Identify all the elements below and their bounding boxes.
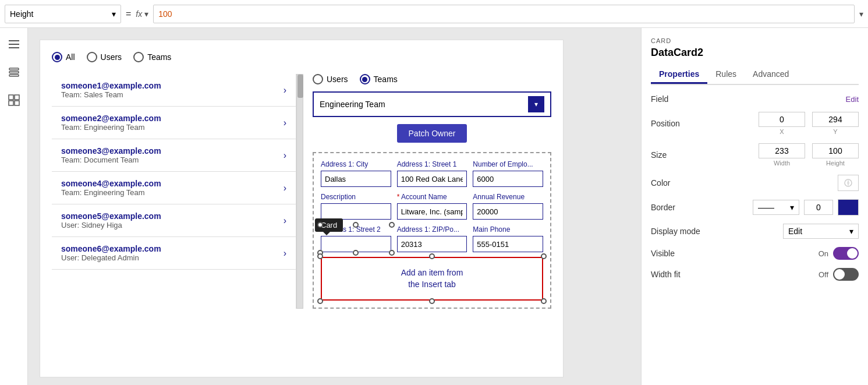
form-radio-users-circle [313,74,323,84]
field-zip: Address 1: ZIP/Po... [397,225,467,252]
chevron-icon: › [284,85,286,96]
radio-users[interactable]: Users [87,52,122,62]
user-list: someone1@example.com Team: Sales Team › … [52,74,296,309]
handle-tc[interactable] [353,222,359,228]
border-line-dropdown[interactable]: —— ▾ [753,200,799,215]
team-dropdown[interactable]: Engineering Team ▾ [313,91,551,117]
field-description-label: Description [321,193,391,201]
field-description-input[interactable] [321,203,391,220]
fx-label[interactable]: fx ▾ [136,9,148,19]
formula-bar-dropdown[interactable]: ▾ [859,9,863,19]
form-area: Users Teams Engineering Team ▾ [303,74,551,309]
list-item[interactable]: someone2@example.com Team: Engineering T… [52,107,296,139]
equals-sign: = [126,9,131,19]
card-label: CARD [651,37,859,44]
toggle-knob [847,248,858,259]
handle-ins-tc[interactable] [429,253,435,259]
properties-panel: CARD DataCard2 Properties Rules Advanced… [641,28,868,385]
sidebar [0,28,28,385]
pos-y-input[interactable] [812,112,859,127]
form-radio-teams[interactable]: Teams [360,74,398,84]
insert-tab-wrapper: Add an item from the Insert tab [321,257,543,301]
display-mode-value: Edit [788,227,802,236]
size-width-input[interactable] [759,143,805,158]
field-annual-revenue-label: Annual Revenue [473,193,543,201]
radio-users-circle [87,52,97,62]
list-item[interactable]: someone3@example.com Team: Document Team… [52,139,296,172]
user-team: User: Delegated Admin [61,253,161,262]
handle-ins-tr[interactable] [541,253,547,259]
handle-bc[interactable] [353,250,359,256]
fields-grid: Address 1: City Address 1: Street 1 Numb… [321,160,543,220]
list-item[interactable]: someone1@example.com Team: Sales Team › [52,74,296,107]
props-tabs: Properties Rules Advanced [651,66,859,85]
user-info: someone6@example.com User: Delegated Adm… [61,244,161,262]
field-employees-input[interactable] [473,171,543,187]
dropdown-value: Engineering Team [320,100,385,109]
field-street1-label: Address 1: Street 1 [397,160,467,168]
sidebar-icon-menu[interactable] [5,35,23,54]
handle-ins-bl[interactable] [317,298,323,304]
tab-rules[interactable]: Rules [707,66,745,84]
handle-ins-br[interactable] [541,298,547,304]
field-city-input[interactable] [321,171,391,187]
width-sub-label: Width [774,160,790,167]
form-radio-teams-circle [360,74,370,84]
sidebar-icon-grid[interactable] [5,91,23,110]
border-width-input[interactable] [804,200,833,215]
tab-advanced[interactable]: Advanced [745,66,797,84]
visible-label: Visible [651,249,697,258]
edit-link[interactable]: Edit [846,95,859,104]
radio-teams-circle [133,52,144,62]
field-annual-revenue-input[interactable] [473,203,543,220]
patch-owner-button[interactable]: Patch Owner [397,124,467,143]
svg-rect-9 [15,101,19,105]
pos-y-group: Y [812,112,859,135]
tab-properties[interactable]: Properties [651,66,707,84]
pos-x-group: X [759,112,805,135]
size-height-input[interactable] [812,143,859,158]
radio-all[interactable]: All [52,52,75,62]
chevron-icon: › [284,118,286,128]
svg-rect-1 [9,44,19,45]
handle-tl[interactable] [317,222,323,228]
handle-ins-bc[interactable] [429,298,435,304]
sidebar-icon-layers[interactable] [5,63,23,82]
handle-br[interactable] [389,250,395,256]
svg-rect-5 [9,75,19,76]
field-phone-input[interactable] [473,236,543,252]
field-employees: Number of Emplo... [473,160,543,187]
pos-x-input[interactable] [759,112,805,127]
border-color-swatch[interactable] [838,199,859,216]
app-canvas: All Users Teams someone1@example.c [40,40,564,377]
canvas-area: All Users Teams someone1@example.c [28,28,641,385]
scrollbar[interactable] [296,74,303,309]
visible-toggle[interactable] [833,247,859,260]
field-account-name-input[interactable] [397,203,467,220]
field-street1-input[interactable] [397,171,467,187]
dropdown-arrow-icon: ▾ [528,96,544,112]
field-account-name-label: Account Name [397,193,467,201]
handle-ins-tl[interactable] [317,253,323,259]
form-radio-users[interactable]: Users [313,74,348,84]
visible-toggle-container: On [819,247,859,260]
user-email: someone4@example.com [61,179,161,188]
user-team: Team: Document Team [61,156,161,164]
field-zip-input[interactable] [397,236,467,252]
handle-tr[interactable] [389,222,395,228]
list-item[interactable]: someone5@example.com User: Sidney Higa › [52,204,296,237]
display-mode-dropdown[interactable]: Edit ▾ [783,224,859,239]
color-picker-button[interactable] [838,175,859,191]
field-city: Address 1: City [321,160,391,187]
top-radio-group: All Users Teams [52,52,551,62]
radio-teams[interactable]: Teams [133,52,171,62]
list-item[interactable]: someone4@example.com Team: Engineering T… [52,172,296,204]
insert-tab-text: Add an item from the Insert tab [401,267,463,290]
formula-bar[interactable]: 100 [153,5,855,23]
props-position-row: Position X Y [651,112,859,135]
height-dropdown[interactable]: Height ▾ [5,5,121,23]
field-account-name: Account Name [397,193,467,220]
size-height-group: Height [812,143,859,167]
width-fit-toggle[interactable] [833,268,859,281]
list-item[interactable]: someone6@example.com User: Delegated Adm… [52,237,296,270]
